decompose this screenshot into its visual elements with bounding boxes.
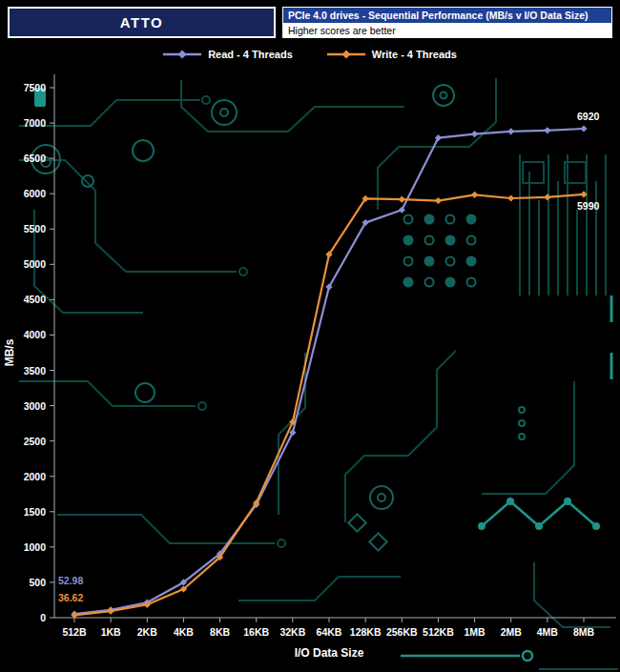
- y-tick-label: 3500: [24, 365, 47, 377]
- y-tick-label: 4000: [24, 329, 47, 340]
- x-tick-label: 16KB: [243, 626, 269, 638]
- data-point-marker: [507, 194, 514, 201]
- x-tick-label: 4MB: [537, 626, 559, 638]
- legend-item-read-4-threads: Read - 4 Threads: [163, 49, 293, 60]
- x-tick-label: 32KB: [279, 626, 305, 638]
- y-tick-label: 0: [40, 612, 46, 623]
- chart-subtitle: Higher scores are better: [282, 24, 612, 38]
- y-tick-label: 1500: [24, 506, 47, 518]
- x-tick-label: 256KB: [386, 626, 418, 638]
- data-point-marker: [471, 192, 478, 198]
- x-tick-label: 8MB: [573, 626, 595, 638]
- header: ATTO PCIe 4.0 drives - Sequential Perfor…: [0, 0, 620, 42]
- x-tick-label: 2MB: [501, 626, 523, 638]
- legend-item-write-4-threads: Write - 4 Threads: [327, 49, 457, 60]
- y-tick-label: 7500: [24, 82, 47, 93]
- x-tick-label: 8KB: [210, 626, 230, 638]
- y-tick-label: 6000: [24, 188, 47, 199]
- y-tick-label: 3000: [24, 400, 47, 412]
- y-tick-label: 1000: [24, 541, 47, 553]
- performance-line-chart: 0500100015002000250030003500400045005000…: [0, 67, 620, 672]
- data-point-marker: [471, 131, 478, 137]
- data-point-marker: [544, 193, 550, 200]
- page: ATTO PCIe 4.0 drives - Sequential Perfor…: [0, 0, 620, 672]
- y-tick-label: 2000: [24, 471, 47, 482]
- x-axis-title: I/O Data Size: [295, 646, 364, 660]
- data-point-marker: [399, 207, 405, 214]
- data-point-marker: [544, 127, 550, 133]
- value-annotation: 36.62: [58, 592, 83, 603]
- value-annotation: 6920: [577, 111, 600, 122]
- data-point-marker: [580, 191, 587, 197]
- legend-label: Read - 4 Threads: [208, 49, 293, 60]
- data-point-marker: [289, 429, 296, 436]
- legend: Read - 4 ThreadsWrite - 4 Threads: [0, 42, 620, 67]
- value-annotation: 52.98: [58, 575, 83, 586]
- y-tick-label: 4500: [24, 294, 47, 305]
- legend-swatch-icon: [327, 50, 365, 59]
- y-tick-label: 7000: [24, 117, 47, 129]
- y-tick-label: 5000: [24, 258, 47, 270]
- y-tick-label: 2500: [24, 436, 47, 447]
- x-tick-label: 2KB: [137, 626, 157, 638]
- data-point-marker: [435, 134, 442, 141]
- chart-area: 0500100015002000250030003500400045005000…: [0, 67, 620, 672]
- app-name: ATTO: [120, 14, 163, 31]
- y-tick-label: 500: [29, 577, 46, 588]
- x-tick-label: 128KB: [350, 626, 382, 638]
- x-tick-label: 64KB: [317, 626, 342, 638]
- x-tick-label: 4KB: [174, 626, 194, 638]
- x-tick-label: 512B: [62, 626, 87, 638]
- data-point-marker: [580, 125, 587, 132]
- y-tick-label: 5500: [24, 223, 47, 234]
- x-tick-label: 1KB: [101, 626, 121, 638]
- chart-title: PCIe 4.0 drives - Sequential Performance…: [282, 7, 612, 24]
- y-axis-title: MB/s: [3, 338, 16, 366]
- app-logo-box: ATTO: [8, 7, 276, 38]
- value-annotation: 5990: [577, 200, 600, 212]
- series-line-read: [74, 129, 584, 614]
- data-point-marker: [399, 196, 405, 203]
- legend-swatch-icon: [163, 50, 201, 59]
- x-tick-label: 1MB: [464, 626, 486, 638]
- data-point-marker: [507, 128, 514, 134]
- x-tick-label: 512KB: [423, 626, 454, 638]
- legend-label: Write - 4 Threads: [372, 49, 457, 60]
- data-point-marker: [435, 197, 442, 204]
- y-tick-label: 6500: [24, 153, 47, 164]
- title-stack: PCIe 4.0 drives - Sequential Performance…: [282, 7, 612, 38]
